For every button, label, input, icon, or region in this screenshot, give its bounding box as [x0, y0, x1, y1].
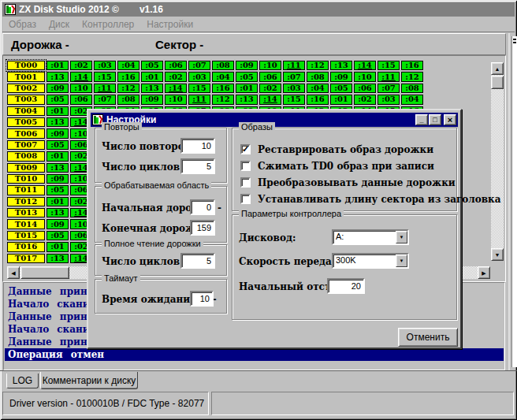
sector-cell[interactable]: :13 [46, 72, 69, 81]
sector-cell[interactable]: :01 [330, 95, 352, 104]
maximize-button[interactable]: □ [429, 114, 441, 125]
sector-cell[interactable]: :05 [141, 61, 163, 70]
sector-cell[interactable]: :05 [330, 84, 352, 93]
track-cell[interactable]: T016 [7, 242, 45, 251]
sector-cell[interactable]: :16 [212, 84, 234, 93]
close-button[interactable]: × [444, 114, 456, 125]
sector-cell[interactable]: :09 [46, 84, 69, 93]
checkbox-unchecked[interactable] [240, 194, 251, 204]
sector-cell[interactable]: :13 [141, 84, 163, 93]
track-cell[interactable]: T010 [7, 174, 45, 184]
sector-cell[interactable]: :04 [307, 84, 329, 93]
sector-cell[interactable]: :10 [259, 61, 281, 70]
cancel-button[interactable]: Отменить [398, 328, 458, 347]
sector-cell[interactable]: :11 [283, 61, 305, 70]
checkbox-unchecked[interactable] [240, 161, 251, 171]
sector-cell[interactable]: :16 [401, 61, 423, 70]
track-cell[interactable]: T013 [7, 208, 45, 217]
sector-cell[interactable]: :05 [236, 72, 258, 81]
sector-cell[interactable]: :04 [117, 61, 139, 70]
track-cell[interactable]: T000 [7, 61, 45, 70]
sector-cell[interactable]: :02 [354, 95, 376, 104]
sector-cell[interactable]: :06 [354, 84, 376, 93]
wait-time-input[interactable] [190, 291, 214, 307]
sector-cell[interactable]: :13 [46, 163, 69, 173]
start-track-input[interactable] [190, 199, 215, 215]
sector-cell[interactable]: :12 [117, 84, 139, 93]
scroll-right-button[interactable]: ▶ [478, 266, 490, 279]
menu-settings[interactable]: Настройки [140, 19, 199, 30]
sector-cell[interactable]: :02 [259, 84, 281, 93]
end-track-input[interactable] [190, 220, 215, 236]
menu-controller[interactable]: Контроллер [76, 19, 140, 30]
checkbox-unchecked[interactable] [240, 177, 251, 188]
track-cell[interactable]: T017 [7, 254, 45, 263]
repeat-count-input[interactable] [180, 138, 215, 154]
sector-cell[interactable]: :07 [188, 61, 210, 70]
checkbox-checked[interactable]: ✓ [240, 144, 251, 154]
scroll-down-button[interactable]: ▼ [491, 248, 504, 261]
track-cell[interactable]: T005 [7, 117, 45, 127]
vertical-scrollbar-thumb[interactable] [491, 76, 504, 89]
sector-cell[interactable]: :15 [378, 61, 400, 70]
sector-cell[interactable]: :11 [378, 72, 400, 81]
sector-cell[interactable]: :08 [117, 95, 139, 104]
sector-cell[interactable]: :14 [354, 61, 376, 70]
sector-cell[interactable]: :07 [94, 95, 116, 104]
sector-cell[interactable]: :15 [188, 84, 210, 93]
sector-cell[interactable]: :01 [46, 242, 69, 251]
sector-cell[interactable]: :13 [46, 254, 69, 263]
track-cell[interactable]: T001 [7, 72, 45, 81]
track-cell[interactable]: T003 [7, 95, 45, 104]
sector-cell[interactable]: :06 [259, 72, 281, 81]
sector-cell[interactable]: :05 [46, 140, 69, 150]
sector-cell[interactable]: :10 [165, 95, 187, 104]
log-line[interactable]: Операция отмен [5, 348, 504, 361]
track-cell[interactable]: T011 [7, 185, 45, 195]
track-cell[interactable]: T014 [7, 219, 45, 229]
sector-cell[interactable]: :08 [212, 61, 234, 70]
sector-cell[interactable]: :05 [46, 231, 69, 240]
minimize-button[interactable]: _ [415, 114, 428, 125]
sector-cell[interactable]: :12 [307, 61, 329, 70]
vertical-scrollbar[interactable]: ▲ ▼ [491, 62, 504, 261]
horizontal-scrollbar-thumb[interactable] [20, 266, 69, 279]
sector-cell[interactable]: :13 [330, 61, 352, 70]
sector-cell[interactable]: :13 [236, 95, 258, 104]
chevron-down-icon[interactable]: ▼ [396, 255, 407, 267]
track-cell[interactable]: T002 [7, 84, 45, 93]
sector-cell[interactable]: :04 [401, 95, 423, 104]
sector-cell[interactable]: :02 [165, 72, 187, 81]
sector-cell[interactable]: :03 [378, 95, 400, 104]
drive-select[interactable]: A: ▼ [332, 229, 409, 245]
sector-cell[interactable]: :16 [307, 95, 329, 104]
track-cell[interactable]: T006 [7, 128, 45, 138]
track-cell[interactable]: T015 [7, 231, 45, 240]
sector-cell[interactable]: :07 [378, 84, 400, 93]
track-cell[interactable]: T007 [7, 140, 45, 150]
sector-cell[interactable]: :15 [283, 95, 305, 104]
sector-cell[interactable]: :15 [94, 72, 116, 81]
sector-cell[interactable]: :09 [46, 219, 69, 229]
tab-disk-comments[interactable]: Комментарии к диску [40, 372, 138, 389]
sector-cell[interactable]: :09 [46, 128, 69, 138]
sector-cell[interactable]: :01 [46, 197, 69, 206]
sector-cell[interactable]: :05 [46, 95, 69, 104]
sector-cell[interactable]: :01 [141, 72, 163, 81]
sector-cell[interactable]: :11 [188, 95, 210, 104]
sector-cell[interactable]: :13 [46, 117, 69, 127]
sector-cell[interactable]: :02 [70, 61, 92, 70]
sector-cell[interactable]: :01 [46, 61, 69, 70]
menu-disk[interactable]: Диск [43, 19, 76, 30]
sector-cell[interactable]: :03 [94, 61, 116, 70]
chevron-down-icon[interactable]: ▼ [396, 231, 407, 243]
transfer-speed-select[interactable]: 300K ▼ [332, 253, 409, 269]
sector-cell[interactable]: :06 [70, 95, 92, 104]
sector-cell[interactable]: :05 [46, 185, 69, 195]
sector-cell[interactable]: :01 [46, 151, 69, 161]
sector-cell[interactable]: :04 [212, 72, 234, 81]
sector-cell[interactable]: :06 [165, 61, 187, 70]
initial-offset-input[interactable] [327, 278, 365, 294]
track-cell[interactable]: T004 [7, 106, 45, 116]
sector-cell[interactable]: :01 [46, 106, 69, 116]
